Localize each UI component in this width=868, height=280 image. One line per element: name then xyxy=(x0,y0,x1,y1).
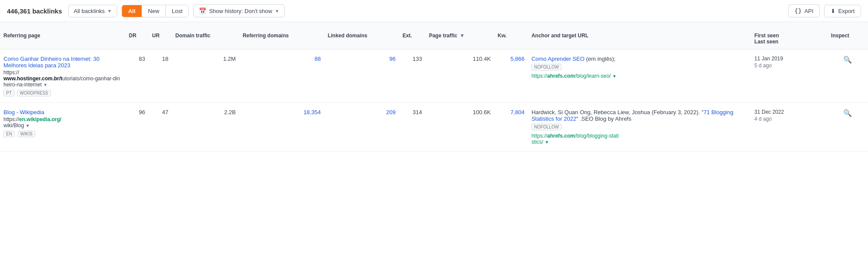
anchor-text-before-2: Hardwick, Si Quan Ong, Rebecca Liew, Jos… xyxy=(531,109,703,115)
first-seen-date-2: 31 Dec 2022 xyxy=(754,109,824,115)
referring-page-link-2[interactable]: Blog - Wikipedia xyxy=(3,109,122,115)
anchor-suffix-1: (em inglês); xyxy=(586,56,616,62)
first-seen-cell-1: 11 Jan 2019 5 d ago xyxy=(751,49,827,103)
domain-traffic-cell-1: 1.2M xyxy=(172,49,239,103)
anchor-cell-1: Como Aprender SEO (em inglês); NOFOLLOW … xyxy=(528,49,751,103)
backlinks-table: Referring page DR UR Domain traffic Refe… xyxy=(0,22,868,152)
kw-cell-1: 5,866 xyxy=(494,49,528,103)
anchor-cell-2: Hardwick, Si Quan Ong, Rebecca Liew, Jos… xyxy=(528,103,751,152)
export-icon: ⬇ xyxy=(831,8,835,14)
col-ext: Ext. xyxy=(399,22,426,49)
last-seen-ago-1: 5 d ago xyxy=(754,63,824,69)
url-chevron-icon-1: ▼ xyxy=(43,82,47,87)
referring-domains-cell-2: 18,354 xyxy=(239,103,324,152)
linked-domains-cell-1: 96 xyxy=(324,49,399,103)
linked-domains-link-1[interactable]: 96 xyxy=(389,56,395,62)
inspect-search-icon-1[interactable]: 🔍 xyxy=(843,56,852,63)
calendar-icon: 📅 xyxy=(199,7,206,14)
badge-wordpress-1: WORDPRESS xyxy=(17,90,51,96)
page-traffic-cell-1: 110.4K xyxy=(426,49,494,103)
history-label: Show history: Don't show xyxy=(209,8,272,14)
badge-en-2: EN xyxy=(3,131,15,137)
col-ur: UR xyxy=(149,22,172,49)
url-chevron-icon-2: ▼ xyxy=(26,123,30,128)
all-backlinks-label: All backlinks xyxy=(74,8,105,14)
chevron-down-icon2: ▼ xyxy=(275,9,279,13)
api-label: API xyxy=(804,8,813,14)
ext-cell-2: 314 xyxy=(399,103,426,152)
referring-domains-cell-1[interactable]: 88 xyxy=(239,49,324,103)
kw-link-1[interactable]: 5,866 xyxy=(510,56,525,62)
anchor-url-chevron-icon-2: ▼ xyxy=(545,140,549,145)
ur-cell-2: 47 xyxy=(149,103,172,152)
col-page-traffic[interactable]: Page traffic ▼ xyxy=(426,22,494,49)
page-url-2: https://en.wikipedia.org/wiki/Blog ▼ xyxy=(3,116,122,128)
filter-lost-button[interactable]: Lost xyxy=(166,5,189,17)
col-linked-domains: Linked domains xyxy=(324,22,399,49)
inspect-cell-2: 🔍 xyxy=(828,103,868,152)
first-seen-cell-2: 31 Dec 2022 4 d ago xyxy=(751,103,827,152)
anchor-url-chevron-icon-1: ▼ xyxy=(612,74,617,79)
col-referring-page: Referring page xyxy=(0,22,125,49)
page-traffic-cell-2: 100.6K xyxy=(426,103,494,152)
badges-row-1: PT WORDPRESS xyxy=(3,89,122,96)
kw-cell-2: 7,804 xyxy=(494,103,528,152)
col-referring-domains: Referring domains xyxy=(239,22,324,49)
anchor-url-2: https://ahrefs.com/blog/blogging-statist… xyxy=(531,133,747,145)
badge-wikis-2: WIKIS xyxy=(18,131,35,137)
first-seen-date-1: 11 Jan 2019 xyxy=(754,56,824,62)
backlink-count: 446,361 backlinks xyxy=(7,7,62,15)
badges-row-2: EN WIKIS xyxy=(3,130,122,137)
last-seen-ago-2: 4 d ago xyxy=(754,116,824,122)
referring-page-cell-1: Como Ganhar Dinheiro na Internet: 30 Mel… xyxy=(0,49,125,103)
referring-domains-link-2[interactable]: 18,354 xyxy=(304,109,321,115)
col-anchor-target: Anchor and target URL xyxy=(528,22,751,49)
api-icon: {} xyxy=(795,7,802,14)
linked-domains-link-2[interactable]: 209 xyxy=(386,109,396,115)
table-row: Blog - Wikipedia https://en.wikipedia.or… xyxy=(0,103,868,152)
dr-cell-1: 83 xyxy=(125,49,149,103)
inspect-search-icon-2[interactable]: 🔍 xyxy=(843,109,852,117)
export-label: Export xyxy=(838,8,855,14)
anchor-url-1: https://ahrefs.com/blog/learn-seo/ ▼ xyxy=(531,73,747,79)
col-dr: DR xyxy=(125,22,149,49)
referring-domains-link-1[interactable]: 88 xyxy=(314,56,320,62)
export-button[interactable]: ⬇ Export xyxy=(824,5,861,17)
dr-cell-2: 96 xyxy=(125,103,149,152)
ext-cell-1: 133 xyxy=(399,49,426,103)
kw-link-2[interactable]: 7,804 xyxy=(510,109,525,115)
nofollow-badge-1: NOFOLLOW xyxy=(531,64,561,70)
inspect-cell-1: 🔍 xyxy=(828,49,868,103)
col-kw: Kw. xyxy=(494,22,528,49)
table-row: Como Ganhar Dinheiro na Internet: 30 Mel… xyxy=(0,49,868,103)
col-domain-traffic: Domain traffic xyxy=(172,22,239,49)
domain-traffic-cell-2: 2.2B xyxy=(172,103,239,152)
all-backlinks-dropdown[interactable]: All backlinks ▼ xyxy=(68,5,117,17)
ur-cell-1: 18 xyxy=(149,49,172,103)
page-url-1: https://www.hostinger.com.br/tutoriais/c… xyxy=(3,69,122,88)
api-button[interactable]: {} API xyxy=(788,4,820,17)
anchor-text-after-2: " .SEO Blog by Ahrefs xyxy=(576,115,631,122)
sort-arrow-icon: ▼ xyxy=(460,33,465,39)
nofollow-badge-2: NOFOLLOW xyxy=(531,124,561,130)
referring-page-link-1[interactable]: Como Ganhar Dinheiro na Internet: 30 Mel… xyxy=(3,56,122,69)
anchor-link-1[interactable]: Como Aprender SEO xyxy=(531,56,584,62)
filter-all-button[interactable]: All xyxy=(122,5,142,17)
linked-domains-cell-2: 209 xyxy=(324,103,399,152)
toolbar: 446,361 backlinks All backlinks ▼ All Ne… xyxy=(0,0,868,22)
chevron-down-icon: ▼ xyxy=(107,9,112,13)
badge-pt-1: PT xyxy=(3,90,14,96)
show-history-dropdown[interactable]: 📅 Show history: Don't show ▼ xyxy=(193,4,284,17)
filter-new-button[interactable]: New xyxy=(142,5,166,17)
filter-button-group: All New Lost xyxy=(122,5,189,17)
referring-page-cell-2: Blog - Wikipedia https://en.wikipedia.or… xyxy=(0,103,125,152)
anchor-text-1: Como Aprender SEO (em inglês); xyxy=(531,56,616,62)
table-header-row: Referring page DR UR Domain traffic Refe… xyxy=(0,22,868,49)
col-first-last-seen: First seenLast seen xyxy=(751,22,827,49)
col-inspect: Inspect xyxy=(828,22,868,49)
